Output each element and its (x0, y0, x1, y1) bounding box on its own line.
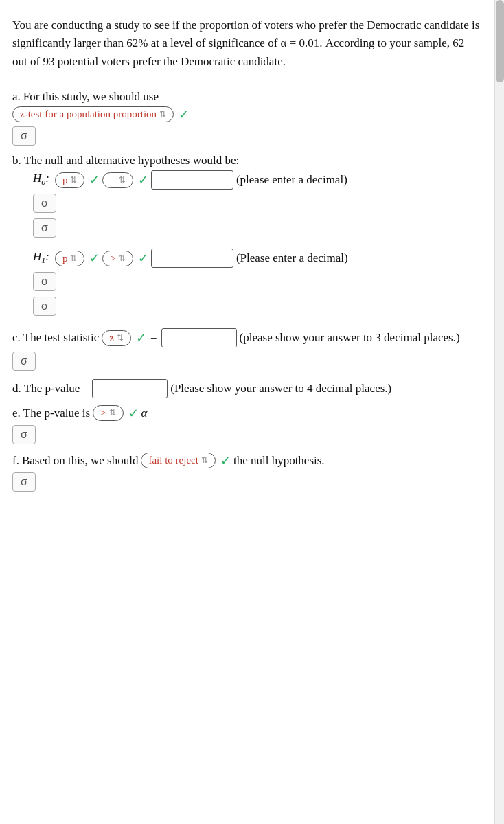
question-c-sigma-row: σ (12, 350, 482, 372)
conclusion-select-value: fail to reject (148, 455, 198, 466)
question-b-header: b. The null and alternative hypotheses w… (12, 154, 482, 168)
question-d-note: (Please show your answer to 4 decimal pl… (170, 382, 391, 396)
h1-variable-arrow-icon: ⇅ (70, 253, 77, 264)
question-c-row: c. The test statistic z ⇅ ✓ = (please sh… (12, 328, 482, 347)
question-e-checkmark: ✓ (128, 406, 139, 421)
question-a-sigma-icon: σ (21, 130, 27, 142)
h1-variable-select[interactable]: p ⇅ (55, 251, 85, 266)
ho-variable-arrow-icon: ⇅ (70, 175, 77, 185)
question-c-label: c. (12, 331, 21, 345)
question-f-text-before: Based on this, we should (22, 454, 139, 468)
question-c-checkmark: ✓ (136, 330, 146, 345)
question-d-text: The p-value = (24, 382, 90, 396)
h1-operator-select[interactable]: > ⇅ (102, 251, 133, 266)
ho-sigma-icon-1: σ (41, 197, 48, 209)
question-d-row: d. The p-value = (Please show your answe… (12, 379, 482, 398)
study-type-arrow-icon: ⇅ (159, 109, 166, 119)
scrollbar-track[interactable] (494, 0, 504, 824)
ho-sigma-button-1[interactable]: σ (33, 194, 56, 213)
intro-text: You are conducting a study to see if the… (12, 19, 479, 68)
h1-sigma-icon-1: σ (41, 275, 48, 288)
question-b-label: b. (12, 154, 21, 168)
ho-variable-value: p (62, 174, 68, 186)
question-a: a. For this study, we should use z-test … (12, 90, 482, 147)
h1-variable-value: p (62, 253, 68, 264)
question-c-note: (please show your answer to 3 decimal pl… (240, 331, 460, 345)
test-statistic-input[interactable] (161, 328, 237, 347)
p-value-comparison-value: > (100, 407, 106, 419)
h1-sigma-button-2[interactable]: σ (33, 297, 56, 316)
h1-sigma-row2: σ (33, 295, 482, 317)
ho-value-input[interactable] (151, 170, 233, 190)
ho-note: (please enter a decimal) (236, 173, 347, 187)
test-statistic-select[interactable]: z ⇅ (102, 330, 131, 346)
ho-block: Ho: p ⇅ ✓ = ⇅ ✓ (please enter a decimal)… (33, 170, 482, 239)
question-e-sigma-icon: σ (21, 428, 27, 441)
test-statistic-arrow-icon: ⇅ (117, 333, 124, 343)
h1-operator-checkmark: ✓ (138, 251, 148, 266)
h1-operator-arrow-icon: ⇅ (119, 253, 126, 264)
ho-operator-checkmark: ✓ (138, 172, 148, 187)
h1-value-input[interactable] (151, 249, 233, 268)
ho-sigma-button-2[interactable]: σ (33, 218, 56, 238)
ho-sigma-row1: σ (33, 192, 482, 214)
question-c-sigma-icon: σ (21, 355, 27, 367)
question-a-sigma-button[interactable]: σ (12, 126, 36, 146)
h1-sigma-button-1[interactable]: σ (33, 272, 56, 291)
question-e-sigma-row: σ (12, 424, 482, 446)
question-f-row: f. Based on this, we should fail to reje… (12, 453, 482, 468)
study-type-select-value: z-test for a population proportion (20, 108, 157, 120)
p-value-input[interactable] (92, 379, 168, 398)
study-type-select[interactable]: z-test for a population proportion ⇅ (12, 106, 174, 122)
question-e-row: e. The p-value is > ⇅ ✓ α (12, 405, 482, 421)
ho-operator-value: = (110, 174, 115, 186)
question-c-text: The test statistic (23, 331, 99, 345)
question-f-label: f. (12, 454, 19, 468)
question-e-alpha: α (141, 407, 148, 420)
question-b: b. The null and alternative hypotheses w… (12, 154, 482, 317)
h1-label: H1: (33, 250, 49, 266)
question-f-sigma-icon: σ (21, 476, 27, 488)
h1-variable-checkmark: ✓ (89, 251, 100, 266)
h1-sigma-icon-2: σ (41, 300, 48, 312)
question-c-sigma-button[interactable]: σ (12, 352, 36, 371)
ho-variable-select[interactable]: p ⇅ (55, 172, 85, 188)
ho-operator-arrow-icon: ⇅ (119, 175, 126, 185)
question-f: f. Based on this, we should fail to reje… (12, 453, 482, 493)
h1-block: H1: p ⇅ ✓ > ⇅ ✓ (Please enter a decimal)… (33, 249, 482, 317)
question-d: d. The p-value = (Please show your answe… (12, 379, 482, 398)
question-e-text: The p-value is (23, 407, 90, 420)
question-f-sigma-row: σ (12, 471, 482, 493)
h1-sigma-row1: σ (33, 271, 482, 293)
ho-row: Ho: p ⇅ ✓ = ⇅ ✓ (please enter a decimal) (33, 170, 482, 190)
question-a-sigma-row: σ (12, 125, 482, 147)
question-d-label: d. (12, 382, 21, 396)
question-c-equals: = (150, 331, 157, 345)
test-statistic-value: z (109, 332, 114, 344)
ho-operator-select[interactable]: = ⇅ (102, 172, 133, 188)
h1-operator-value: > (110, 253, 115, 264)
question-f-checkmark: ✓ (220, 453, 231, 468)
ho-sigma-row2: σ (33, 217, 482, 239)
conclusion-select[interactable]: fail to reject ⇅ (141, 453, 215, 468)
question-f-text-after: the null hypothesis. (233, 454, 325, 468)
p-value-comparison-arrow-icon: ⇅ (109, 408, 116, 418)
question-a-label: a. (12, 90, 21, 104)
question-a-row: a. For this study, we should use (12, 90, 482, 104)
ho-sigma-icon-2: σ (41, 222, 48, 234)
question-e-label: e. (12, 407, 21, 420)
question-a-select-row: z-test for a population proportion ⇅ ✓ (12, 106, 482, 122)
conclusion-arrow-icon: ⇅ (201, 455, 208, 466)
intro-paragraph: You are conducting a study to see if the… (12, 16, 482, 71)
p-value-comparison-select[interactable]: > ⇅ (93, 405, 123, 421)
question-a-checkmark: ✓ (179, 107, 189, 122)
ho-label: Ho: (33, 172, 49, 187)
question-f-sigma-button[interactable]: σ (12, 472, 36, 492)
question-e-sigma-button[interactable]: σ (12, 425, 36, 444)
ho-variable-checkmark: ✓ (89, 172, 100, 187)
h1-note: (Please enter a decimal) (236, 251, 348, 265)
scrollbar-thumb[interactable] (496, 0, 504, 82)
question-c: c. The test statistic z ⇅ ✓ = (please sh… (12, 328, 482, 372)
question-e: e. The p-value is > ⇅ ✓ α σ (12, 405, 482, 446)
question-b-text: The null and alternative hypotheses woul… (24, 154, 239, 168)
